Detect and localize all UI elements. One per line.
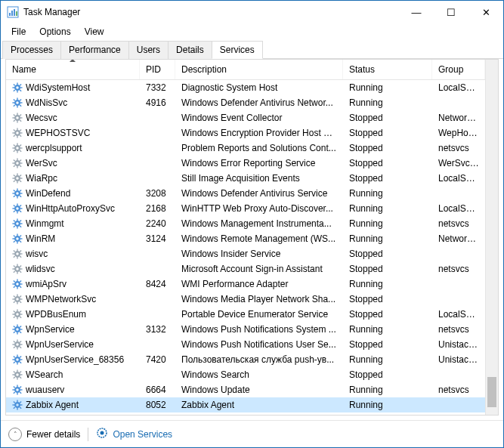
close-button[interactable]: ✕	[468, 1, 503, 23]
menu-options[interactable]: Options	[33, 25, 76, 39]
service-row[interactable]: WpnUserServiceWindows Push Notifications…	[6, 337, 498, 352]
gear-icon	[12, 128, 23, 138]
svg-rect-132	[17, 294, 17, 296]
service-row[interactable]: wlidsvcMicrosoft Account Sign-in Assista…	[6, 261, 498, 277]
menu-view[interactable]: View	[79, 25, 110, 39]
service-description: Windows Search	[175, 369, 343, 380]
service-row[interactable]: WMPNetworkSvcWindows Media Player Networ…	[6, 292, 498, 307]
svg-rect-118	[13, 265, 15, 267]
col-group[interactable]: Group	[432, 60, 485, 79]
svg-rect-7	[17, 91, 17, 93]
service-name: WinDefend	[26, 188, 70, 199]
col-description[interactable]: Description	[175, 60, 343, 79]
service-row[interactable]: WerSvcWindows Error Reporting ServiceSto…	[6, 156, 498, 171]
svg-rect-169	[17, 363, 17, 365]
service-status: Running	[343, 233, 432, 244]
svg-rect-60	[17, 173, 17, 175]
svg-rect-177	[17, 369, 17, 372]
service-group: LocalSystemN...	[432, 82, 485, 93]
open-services-button[interactable]: Open Services	[96, 427, 172, 441]
service-description: Diagnostic System Host	[175, 82, 343, 93]
service-row[interactable]: wmiApSrv8424WMI Performance AdapterRunni…	[6, 277, 498, 292]
service-row[interactable]: WpnService3132Windows Push Notifications…	[6, 322, 498, 337]
svg-rect-64	[13, 175, 15, 177]
service-name: WEPHOSTSVC	[26, 128, 90, 138]
col-status[interactable]: Status	[343, 60, 432, 79]
service-status: Stopped	[343, 173, 432, 184]
svg-rect-56	[20, 165, 22, 168]
separator	[88, 428, 88, 441]
service-group: netsvcs	[432, 264, 485, 274]
service-description: Windows Update	[175, 385, 343, 395]
titlebar[interactable]: Task Manager — ☐ ✕	[1, 1, 503, 23]
svg-rect-8	[12, 87, 14, 88]
service-status: Running	[343, 354, 432, 365]
svg-rect-35	[12, 132, 14, 133]
svg-rect-94	[20, 220, 22, 222]
service-name: wlidsvc	[26, 264, 55, 274]
col-pid[interactable]: PID	[140, 60, 175, 79]
task-manager-icon	[7, 6, 19, 18]
tab-services[interactable]: Services	[212, 41, 263, 59]
service-pid: 4916	[140, 97, 175, 108]
service-row[interactable]: WecsvcWindows Event CollectorStoppedNetw…	[6, 110, 498, 125]
svg-rect-142	[17, 317, 17, 320]
svg-rect-109	[13, 250, 15, 252]
gear-icon	[12, 400, 23, 410]
service-row[interactable]: WPDBusEnumPortable Device Enumerator Ser…	[6, 307, 498, 322]
service-name-cell: WpnService	[6, 324, 140, 335]
svg-rect-134	[12, 298, 14, 299]
svg-rect-157	[20, 326, 22, 328]
chevron-up-icon: ˄	[8, 428, 22, 441]
service-row[interactable]: WinHttpAutoProxySvc2168WinHTTP Web Proxy…	[6, 201, 498, 216]
gear-icon	[12, 173, 23, 184]
svg-rect-159	[17, 339, 17, 341]
tab-details[interactable]: Details	[168, 41, 212, 59]
svg-rect-9	[20, 87, 23, 88]
service-row[interactable]: wisvcWindows Insider ServiceStopped	[6, 246, 498, 261]
scroll-thumb[interactable]	[487, 377, 496, 407]
tab-users[interactable]: Users	[128, 41, 169, 59]
service-row[interactable]: WinDefend3208Windows Defender Antivirus …	[6, 186, 498, 201]
minimize-button[interactable]: —	[399, 1, 434, 23]
maximize-button[interactable]: ☐	[434, 1, 468, 23]
svg-rect-198	[20, 404, 23, 405]
menu-file[interactable]: File	[5, 25, 32, 39]
service-row[interactable]: WdNisSvc4916Windows Defender Antivirus N…	[6, 95, 498, 110]
svg-rect-16	[17, 106, 17, 108]
col-name[interactable]: Name	[6, 60, 140, 79]
service-row[interactable]: Zabbix Agent8052Zabbix AgentRunning	[6, 397, 498, 412]
service-row[interactable]: WdiSystemHost7332Diagnostic System HostR…	[6, 80, 498, 95]
service-description: Portable Device Enumerator Service	[175, 309, 343, 320]
service-description: Windows Defender Antivirus Service	[175, 188, 343, 199]
service-row[interactable]: WSearchWindows SearchStopped	[6, 367, 498, 382]
service-name: WdNisSvc	[26, 97, 67, 108]
svg-rect-106	[17, 257, 17, 259]
svg-rect-36	[20, 132, 23, 133]
fewer-details-button[interactable]: ˄ Fewer details	[8, 428, 80, 441]
svg-point-149	[15, 327, 20, 332]
service-row[interactable]: Winmgmt2240Windows Management Instrument…	[6, 216, 498, 231]
tab-performance[interactable]: Performance	[60, 41, 129, 59]
svg-point-204	[100, 431, 104, 435]
svg-rect-164	[20, 347, 22, 349]
service-row[interactable]: WEPHOSTSVCWindows Encryption Provider Ho…	[6, 125, 498, 141]
service-row[interactable]: WinRM3124Windows Remote Management (WS..…	[6, 231, 498, 246]
service-row[interactable]: wercplsupportProblem Reports and Solutio…	[6, 141, 498, 156]
service-description: Windows Insider Service	[175, 249, 343, 259]
svg-rect-138	[13, 301, 15, 304]
service-status: Running	[343, 279, 432, 289]
service-name-cell: WpnUserService	[6, 339, 140, 350]
service-row[interactable]: wuauserv6664Windows UpdateRunningnetsvcs	[6, 382, 498, 397]
tab-processes[interactable]: Processes	[2, 41, 61, 59]
service-pid: 3132	[140, 324, 175, 335]
svg-rect-62	[12, 178, 14, 178]
svg-rect-26	[12, 117, 14, 118]
service-row[interactable]: WiaRpcStill Image Acquisition EventsStop…	[6, 171, 498, 186]
svg-rect-54	[20, 162, 23, 163]
svg-rect-125	[12, 283, 14, 284]
service-pid: 7332	[140, 82, 175, 93]
service-group: LocalSystemN...	[432, 309, 485, 320]
service-row[interactable]: WpnUserService_683567420Пользовательская…	[6, 352, 498, 367]
vertical-scrollbar[interactable]	[485, 60, 498, 415]
